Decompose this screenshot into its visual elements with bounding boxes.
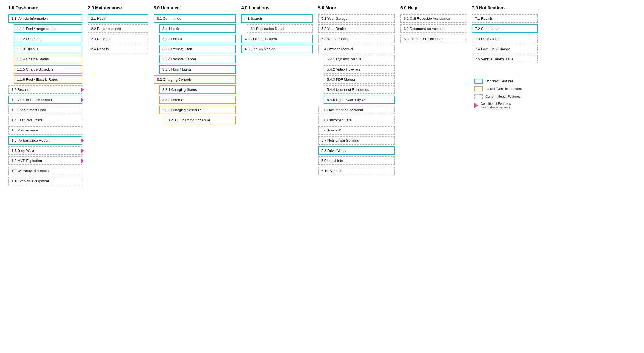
item-5-4-4[interactable]: 5.4.4 Uconnect Resources xyxy=(324,85,395,94)
legend-box-orange xyxy=(474,86,483,91)
item-1-2-health[interactable]: 1.2 Vehicle Health Report xyxy=(8,96,82,104)
item-5-4-3[interactable]: 5.4.3 PDF Manual xyxy=(324,75,395,84)
item-3-1-2[interactable]: 3.1.2 Unlock xyxy=(159,35,236,43)
legend: Uconnect Features Electric Vehicle Featu… xyxy=(472,76,538,112)
item-1-1-5[interactable]: 1.1.5 Charge Schedule xyxy=(14,65,82,74)
item-1-1-6[interactable]: 1.1.6 Fuel / Electric Rates xyxy=(14,75,82,84)
item-3-2[interactable]: 3.2 Charging Controls xyxy=(154,75,236,84)
item-5-6b[interactable]: 5.6 Touch ID xyxy=(318,126,395,135)
item-2-1[interactable]: 2.1 Health xyxy=(88,14,148,23)
item-5-2[interactable]: 5.2 Your Dealer xyxy=(318,24,395,33)
item-1-1[interactable]: 1.1 Vehicle Information xyxy=(8,14,82,23)
legend-label-conditional: Conditional Features xyxy=(481,102,511,106)
item-5-9[interactable]: 5.9 Legal Info xyxy=(318,156,395,165)
item-5-3[interactable]: 5.3 Your Account xyxy=(318,35,395,43)
item-1-1-2[interactable]: 1.1.2 Odometer xyxy=(14,35,82,43)
legend-label-orange: Electric Vehicle Features xyxy=(485,87,522,91)
legend-item-dashed: Current Mopar Features xyxy=(474,94,535,99)
item-1-2-recalls[interactable]: 1.2 Recalls xyxy=(8,85,82,94)
legend-label-cyan: Uconnect Features xyxy=(485,79,513,83)
item-3-2-1[interactable]: 3.2.1 Charging Status xyxy=(159,85,236,94)
item-1-6[interactable]: 1.6 Performance Report xyxy=(8,136,82,145)
item-1-1-4[interactable]: 1.1.4 Charge Status xyxy=(14,55,82,63)
item-7-3[interactable]: 7.3 Drive Alerts xyxy=(472,35,538,43)
item-4-1-dest[interactable]: 4.1 Destination Detail xyxy=(247,24,313,33)
col-header-uconnect: 3.0 Uconnect xyxy=(154,5,236,10)
item-4-2[interactable]: 4.2 Current Location xyxy=(241,35,313,43)
item-1-5[interactable]: 1.5 Maintenance xyxy=(8,126,82,135)
item-1-9[interactable]: 1.9 Warranty Information xyxy=(8,167,82,175)
item-7-1[interactable]: 7.1 Recalls xyxy=(472,14,538,23)
item-6-3[interactable]: 6.3 Find a Collision Shop xyxy=(400,35,466,43)
item-6-2[interactable]: 6.2 Document an Accident xyxy=(400,24,466,33)
item-5-4-2[interactable]: 5.4.2 Video How-To's xyxy=(324,65,395,74)
column-locations: 4.0 Locations 4.1 Search 4.1 Destination… xyxy=(239,5,315,55)
item-3-2-2[interactable]: 3.2.2 Refresh xyxy=(159,96,236,104)
item-5-4-5[interactable]: 5.4.5 Lights Currently On xyxy=(324,96,395,104)
item-7-2[interactable]: 7.2 Commands xyxy=(472,24,538,33)
item-1-3[interactable]: 1.3 Appointment Card xyxy=(8,106,82,114)
col-header-locations: 4.0 Locations xyxy=(241,5,313,10)
legend-box-dashed xyxy=(474,94,483,99)
legend-item-conditional: Conditional Features (won't always appea… xyxy=(474,102,535,109)
item-5-7[interactable]: 5.7 Notification Settings xyxy=(318,136,395,145)
column-uconnect: 3.0 Uconnect 3.1 Commands 3.1.1 Lock 3.1… xyxy=(151,5,239,126)
item-5-6a[interactable]: 5.6 Customer Care xyxy=(318,116,395,124)
item-1-7[interactable]: 1.7 Jeep Wave xyxy=(8,146,82,155)
item-5-8[interactable]: 5.8 Drive Alerts xyxy=(318,146,395,155)
item-3-1-5[interactable]: 3.1.5 Horn / Lights xyxy=(159,65,236,74)
item-3-1-1[interactable]: 3.1.1 Lock xyxy=(159,24,236,33)
col-header-dashboard: 1.0 Dashboard xyxy=(8,5,82,10)
item-5-4[interactable]: 5.4 Owner's Manual xyxy=(318,45,395,53)
item-3-2-3[interactable]: 3.2.3 Charging Schedule xyxy=(159,106,236,114)
item-5-1[interactable]: 5.1 Your Garage xyxy=(318,14,395,23)
item-1-1-3[interactable]: 1.1.3 Trip A+B xyxy=(14,45,82,53)
sitemap-container: 1.0 Dashboard 1.1 Vehicle Information 1.… xyxy=(5,5,639,187)
column-help: 6.0 Help 6.1 Call Roadside Assistance 6.… xyxy=(398,5,469,45)
item-7-4[interactable]: 7.4 Low Fuel / Charge xyxy=(472,45,538,53)
item-4-3[interactable]: 4.3 Find My Vehicle xyxy=(241,45,313,53)
legend-item-cyan: Uconnect Features xyxy=(474,79,535,84)
legend-arrow-icon xyxy=(474,103,478,108)
item-1-10[interactable]: 1.10 Vehicle Equipment xyxy=(8,177,82,185)
item-2-4[interactable]: 2.4 Recalls xyxy=(88,45,148,53)
column-maintenance: 2.0 Maintenance 2.1 Health 2.2 Recommend… xyxy=(85,5,151,55)
column-notifications: 7.0 Notifications 7.1 Recalls 7.2 Comman… xyxy=(469,5,540,112)
item-5-5[interactable]: 5.5 Document an Accident xyxy=(318,106,395,114)
item-4-1-search[interactable]: 4.1 Search xyxy=(241,14,313,23)
col-header-more: 5.0 More xyxy=(318,5,395,10)
legend-box-cyan xyxy=(474,79,483,84)
item-6-1[interactable]: 6.1 Call Roadside Assistance xyxy=(400,14,466,23)
item-3-1[interactable]: 3.1 Commands xyxy=(154,14,236,23)
legend-sublabel-conditional: (won't always appear) xyxy=(481,106,511,109)
item-3-2-3-1[interactable]: 3.2.3.1 Charging Schedule xyxy=(165,116,236,124)
item-1-1-1[interactable]: 1.1.1 Fuel / range status xyxy=(14,24,82,33)
item-5-10[interactable]: 5.10 Sign Out xyxy=(318,167,395,175)
column-dashboard: 1.0 Dashboard 1.1 Vehicle Information 1.… xyxy=(5,5,85,187)
legend-item-orange: Electric Vehicle Features xyxy=(474,86,535,91)
item-5-4-1[interactable]: 5.4.1 Dynamic Manual xyxy=(324,55,395,63)
item-1-4[interactable]: 1.4 Featured Offers xyxy=(8,116,82,124)
item-2-3[interactable]: 2.3 Records xyxy=(88,35,148,43)
col-header-help: 6.0 Help xyxy=(400,5,466,10)
item-2-2[interactable]: 2.2 Recommended xyxy=(88,24,148,33)
legend-label-dashed: Current Mopar Features xyxy=(485,95,521,99)
legend-label-conditional-wrapper: Conditional Features (won't always appea… xyxy=(481,102,511,109)
item-3-1-4[interactable]: 3.1.4 Remote Cancel xyxy=(159,55,236,63)
col-header-maintenance: 2.0 Maintenance xyxy=(88,5,148,10)
column-more: 5.0 More 5.1 Your Garage 5.2 Your Dealer… xyxy=(315,5,398,177)
col-header-notifications: 7.0 Notifications xyxy=(472,5,538,10)
item-3-1-3[interactable]: 3.1.3 Remote Start xyxy=(159,45,236,53)
item-1-8[interactable]: 1.8 MVP Expiration xyxy=(8,156,82,165)
item-7-5[interactable]: 7.5 Vehicle Health Issue xyxy=(472,55,538,63)
